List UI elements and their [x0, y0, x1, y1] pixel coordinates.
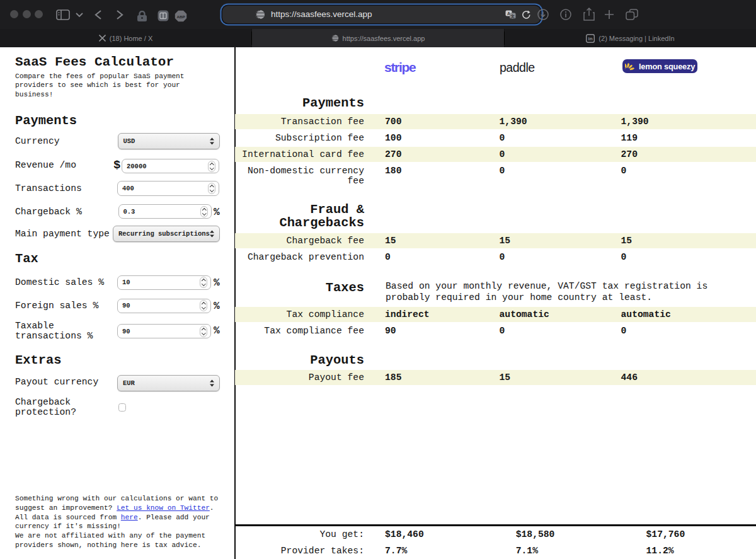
svg-text:文: 文: [510, 14, 515, 18]
svg-text:ABP: ABP: [176, 14, 185, 19]
svg-text:in: in: [588, 36, 593, 42]
